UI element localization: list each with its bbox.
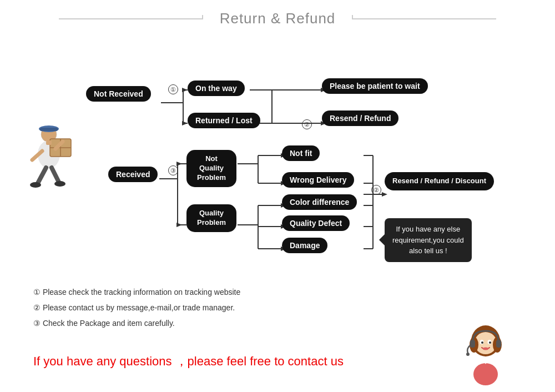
svg-rect-66	[496, 340, 501, 348]
box-quality-problem: Quality Problem	[186, 204, 236, 232]
box-if-else: If you have any else requirement,you cou…	[385, 218, 472, 262]
box-patient: Please be patient to wait	[322, 78, 428, 94]
svg-line-10	[52, 168, 59, 182]
svg-point-68	[473, 363, 498, 385]
title-area: Return & Refund	[0, 0, 555, 27]
circle-num-3: ③	[168, 165, 178, 175]
support-lady-figure	[461, 325, 511, 381]
title-line-left	[59, 18, 203, 19]
svg-point-62	[481, 341, 483, 344]
box-color-difference: Color difference	[282, 194, 357, 210]
box-resend-discount: Resend / Refund / Discount	[385, 172, 494, 190]
box-resend-top: Resend / Refund	[322, 110, 398, 126]
box-not-received: Not Received	[86, 86, 151, 102]
svg-rect-13	[46, 140, 52, 145]
svg-point-64	[483, 348, 488, 350]
page-title: Return & Refund	[203, 10, 352, 27]
svg-marker-53	[182, 121, 188, 125]
circle-num-2-right: ②	[371, 185, 381, 195]
svg-point-63	[489, 341, 491, 344]
title-line-right	[352, 18, 496, 19]
box-wrong-delivery: Wrong Delivery	[282, 172, 354, 188]
circle-num-1-top: ①	[168, 84, 178, 94]
svg-point-12	[54, 181, 65, 187]
box-quality-defect: Quality Defect	[282, 215, 350, 231]
circle-num-2-top: ②	[302, 119, 312, 129]
note-2: ② Please contact us by message,e-mail,or…	[33, 300, 240, 315]
svg-marker-55	[176, 223, 182, 227]
svg-rect-65	[470, 340, 475, 348]
svg-marker-50	[382, 192, 387, 197]
svg-marker-52	[182, 88, 188, 92]
notes-area: ① Please check the tracking information …	[33, 284, 240, 331]
box-not-quality-problem: Not Quality Problem	[186, 150, 236, 187]
box-received: Received	[108, 167, 158, 182]
box-damage: Damage	[282, 238, 327, 253]
note-3: ③ Check the Package and item carefully.	[33, 315, 240, 331]
svg-point-67	[466, 353, 470, 356]
svg-line-9	[38, 168, 46, 183]
note-1: ① Please check the tracking information …	[33, 284, 240, 300]
box-not-fit: Not fit	[282, 145, 320, 161]
svg-point-11	[30, 182, 41, 188]
box-on-the-way: On the way	[188, 81, 245, 96]
svg-rect-2	[40, 128, 58, 131]
box-returned-lost: Returned / Lost	[188, 113, 260, 128]
delivery-man-figure	[16, 122, 88, 194]
svg-marker-54	[176, 162, 182, 166]
contact-text: If you have any questions ，please feel f…	[33, 353, 344, 370]
